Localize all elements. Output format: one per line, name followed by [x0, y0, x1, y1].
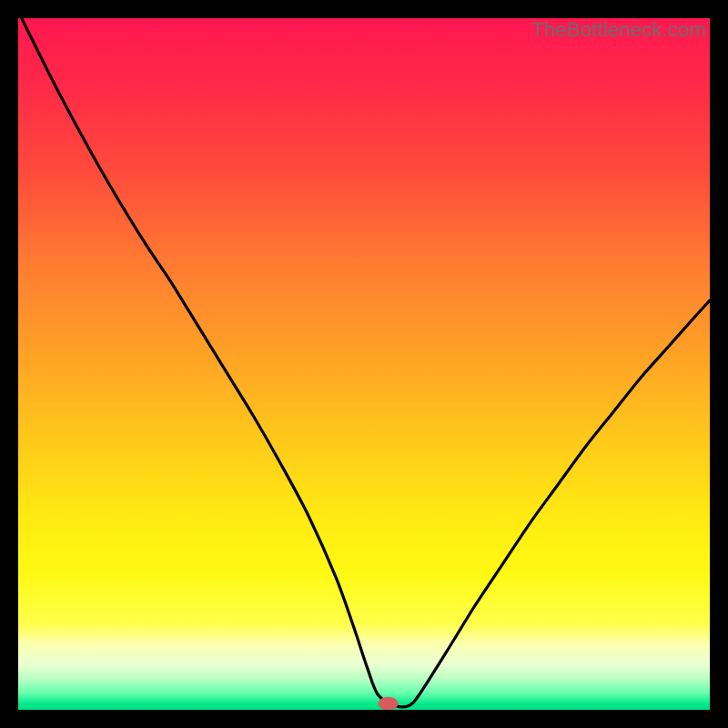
watermark-text: TheBottleneck.com	[531, 18, 706, 42]
bottleneck-chart	[18, 18, 710, 710]
chart-background	[18, 18, 710, 710]
minimum-marker	[379, 697, 398, 710]
chart-frame: TheBottleneck.com	[18, 18, 710, 710]
